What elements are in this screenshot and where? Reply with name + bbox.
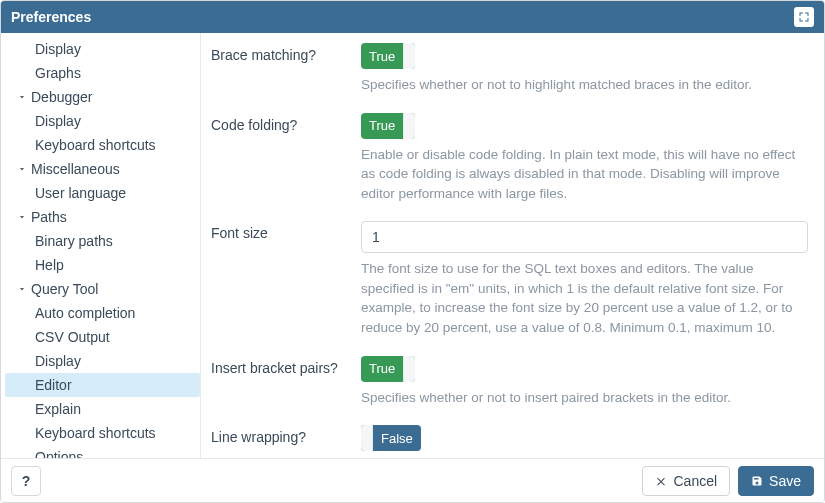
tree-item[interactable]: Help bbox=[5, 253, 200, 277]
tree-item-label: Help bbox=[35, 255, 64, 275]
brace_matching-toggle[interactable]: True bbox=[361, 43, 415, 69]
tree-item-label: Display bbox=[35, 39, 81, 59]
cancel-label: Cancel bbox=[673, 473, 717, 489]
tree-item[interactable]: Debugger bbox=[5, 85, 200, 109]
setting-label: Code folding? bbox=[211, 113, 361, 133]
tree-item[interactable]: Miscellaneous bbox=[5, 157, 200, 181]
setting-description: Specifies whether or not to insert paire… bbox=[361, 388, 808, 408]
tree-item-label: Explain bbox=[35, 399, 81, 419]
tree-item-label: Paths bbox=[31, 207, 67, 227]
tree-item-label: Options bbox=[35, 447, 83, 458]
save-label: Save bbox=[769, 473, 801, 489]
settings-panel: Brace matching?TrueSpecifies whether or … bbox=[201, 33, 824, 458]
tree-item-label: CSV Output bbox=[35, 327, 110, 347]
setting-description: Enable or disable code folding. In plain… bbox=[361, 145, 808, 204]
tree-item-label: User language bbox=[35, 183, 126, 203]
insert_bracket_pairs-toggle[interactable]: True bbox=[361, 356, 415, 382]
maximize-button[interactable] bbox=[794, 7, 814, 27]
chevron-down-icon bbox=[15, 284, 29, 294]
preferences-tree[interactable]: DisplayGraphsDebuggerDisplayKeyboard sho… bbox=[1, 33, 201, 458]
toggle-value: True bbox=[361, 43, 403, 69]
toggle-knob bbox=[361, 425, 373, 451]
expand-icon bbox=[798, 11, 810, 23]
setting-description: Specifies whether or not to highlight ma… bbox=[361, 75, 808, 95]
window-title: Preferences bbox=[11, 9, 91, 25]
setting-field: TrueEnable or disable code folding. In p… bbox=[361, 113, 808, 204]
tree-item-label: Display bbox=[35, 111, 81, 131]
code_folding-toggle[interactable]: True bbox=[361, 113, 415, 139]
setting-label: Font size bbox=[211, 221, 361, 241]
tree-item-label: Editor bbox=[35, 375, 72, 395]
toggle-value: True bbox=[361, 356, 403, 382]
setting-label: Insert bracket pairs? bbox=[211, 356, 361, 376]
setting-row-font_size: Font sizeThe font size to use for the SQ… bbox=[211, 221, 808, 337]
setting-field: TrueSpecifies whether or not to insert p… bbox=[361, 356, 808, 408]
tree-item-label: Graphs bbox=[35, 63, 81, 83]
tree-item[interactable]: Auto completion bbox=[5, 301, 200, 325]
setting-row-line_wrapping: Line wrapping?FalseSpecifies whether or … bbox=[211, 425, 808, 458]
tree-item[interactable]: Display bbox=[5, 37, 200, 61]
tree-item-label: Display bbox=[35, 351, 81, 371]
tree-item[interactable]: CSV Output bbox=[5, 325, 200, 349]
help-icon: ? bbox=[22, 473, 31, 489]
tree-item-label: Binary paths bbox=[35, 231, 113, 251]
save-icon bbox=[751, 475, 763, 487]
tree-item[interactable]: Options bbox=[5, 445, 200, 458]
tree-item-label: Keyboard shortcuts bbox=[35, 423, 156, 443]
titlebar: Preferences bbox=[1, 1, 824, 33]
tree-item[interactable]: Query Tool bbox=[5, 277, 200, 301]
setting-description: The font size to use for the SQL text bo… bbox=[361, 259, 808, 337]
tree-item[interactable]: Binary paths bbox=[5, 229, 200, 253]
toggle-knob bbox=[403, 356, 415, 382]
chevron-down-icon bbox=[15, 92, 29, 102]
tree-item[interactable]: User language bbox=[5, 181, 200, 205]
tree-item-label: Debugger bbox=[31, 87, 93, 107]
setting-label: Line wrapping? bbox=[211, 425, 361, 445]
setting-row-insert_bracket_pairs: Insert bracket pairs?TrueSpecifies wheth… bbox=[211, 356, 808, 408]
tree-item[interactable]: Explain bbox=[5, 397, 200, 421]
toggle-value: False bbox=[373, 425, 421, 451]
tree-item-label: Miscellaneous bbox=[31, 159, 120, 179]
setting-field: The font size to use for the SQL text bo… bbox=[361, 221, 808, 337]
setting-field: TrueSpecifies whether or not to highligh… bbox=[361, 43, 808, 95]
font_size-input[interactable] bbox=[361, 221, 808, 253]
tree-item[interactable]: Editor bbox=[5, 373, 200, 397]
tree-item[interactable]: Display bbox=[5, 349, 200, 373]
cancel-button[interactable]: Cancel bbox=[642, 466, 730, 496]
setting-field: FalseSpecifies whether or not to wrap SQ… bbox=[361, 425, 808, 458]
toggle-knob bbox=[403, 113, 415, 139]
close-icon bbox=[655, 475, 667, 487]
tree-item-label: Keyboard shortcuts bbox=[35, 135, 156, 155]
help-button[interactable]: ? bbox=[11, 466, 41, 496]
setting-label: Brace matching? bbox=[211, 43, 361, 63]
tree-item[interactable]: Graphs bbox=[5, 61, 200, 85]
tree-item-label: Auto completion bbox=[35, 303, 135, 323]
tree-item[interactable]: Keyboard shortcuts bbox=[5, 421, 200, 445]
setting-row-code_folding: Code folding?TrueEnable or disable code … bbox=[211, 113, 808, 204]
chevron-down-icon bbox=[15, 212, 29, 222]
toggle-value: True bbox=[361, 113, 403, 139]
tree-item[interactable]: Paths bbox=[5, 205, 200, 229]
line_wrapping-toggle[interactable]: False bbox=[361, 425, 421, 451]
toggle-knob bbox=[403, 43, 415, 69]
footer-actions: Cancel Save bbox=[642, 466, 814, 496]
save-button[interactable]: Save bbox=[738, 466, 814, 496]
preferences-dialog: Preferences DisplayGraphsDebuggerDisplay… bbox=[0, 0, 825, 503]
dialog-body: DisplayGraphsDebuggerDisplayKeyboard sho… bbox=[1, 33, 824, 458]
tree-item[interactable]: Keyboard shortcuts bbox=[5, 133, 200, 157]
chevron-down-icon bbox=[15, 164, 29, 174]
setting-row-brace_matching: Brace matching?TrueSpecifies whether or … bbox=[211, 43, 808, 95]
tree-item-label: Query Tool bbox=[31, 279, 98, 299]
tree-item[interactable]: Display bbox=[5, 109, 200, 133]
dialog-footer: ? Cancel Save bbox=[1, 458, 824, 502]
